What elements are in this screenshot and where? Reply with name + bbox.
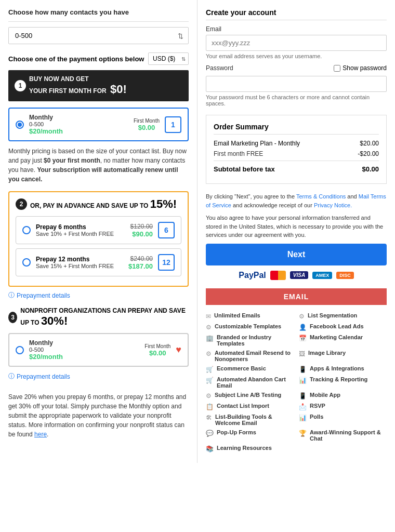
prepay-12-pricing: $240.00 $187.00	[128, 255, 153, 270]
features-title: EMAIL	[210, 292, 383, 301]
prepay-12-original: $240.00	[128, 255, 153, 262]
password-input[interactable]	[206, 76, 387, 92]
feature-facebook-lead-ads: 👤 Facebook Lead Ads	[299, 323, 387, 331]
show-password-wrapper[interactable]: Show password	[334, 64, 387, 72]
privacy-link[interactable]: Privacy Notice.	[314, 202, 352, 208]
prepay-12-save: Save 15% + First Month FREE	[36, 263, 123, 269]
nonprofit-radio[interactable]	[16, 346, 24, 354]
promo-line2: YOUR FIRST MONTH FOR	[29, 87, 107, 95]
nonprofit-pct: 30%!	[41, 314, 68, 327]
prepay-6-save: Save 10% + First Month FREE	[36, 231, 125, 237]
advance-banner: 2 OR, PAY IN ADVANCE AND SAVE UP TO 15%!…	[8, 191, 189, 287]
promo-text: BUY NOW AND GET YOUR FIRST MONTH FOR $0!	[29, 75, 127, 96]
terms-text-2: You also agree to have your personal inf…	[206, 214, 387, 240]
currency-select[interactable]: USD ($) EUR (€) GBP (£)	[148, 52, 189, 65]
list-build-icon: 🛠	[206, 414, 212, 421]
order-summary: Order Summary Email Marketing Plan - Mon…	[206, 115, 387, 184]
left-panel: Choose how many contacts you have 0-500 …	[0, 0, 198, 463]
nonprofit-prepayment-link[interactable]: ⓘ Prepayment details	[8, 372, 70, 381]
monthly-plan-price: $20/month	[29, 127, 128, 135]
nonprofit-first-month-value: $0.00	[144, 349, 170, 357]
order-plan-value: $20.00	[360, 140, 379, 147]
prepay-6-card[interactable]: Prepay 6 months Save 10% + First Month F…	[16, 216, 181, 244]
email-input[interactable]	[206, 35, 387, 51]
feature-polls: 📊 Polls	[299, 414, 387, 426]
import-icon: 📋	[206, 403, 214, 410]
show-password-label: Show password	[343, 64, 387, 72]
feature-list-building: 🛠 List-Building Tools & Welcome Email	[206, 414, 294, 426]
feature-unlimited-emails: ✉ Unlimited Emails	[206, 312, 294, 320]
ab-icon: ⚙	[206, 392, 212, 400]
right-panel: Create your account Email Your email add…	[198, 0, 395, 463]
feature-contact-import: 📋 Contact List Import	[206, 403, 294, 410]
feature-learning-resources: 📚 Learning Resources	[206, 445, 387, 453]
password-label: Password	[206, 64, 233, 72]
prepay-12-radio[interactable]	[22, 258, 31, 267]
branded-icon: 🏢	[206, 335, 214, 342]
mastercard-icon	[270, 271, 286, 280]
nonprofit-here-link[interactable]: here	[34, 431, 47, 438]
next-button[interactable]: Next	[206, 244, 387, 265]
monthly-plan-name: Monthly	[29, 114, 128, 121]
advance-badge: 2	[16, 198, 27, 210]
order-row-discount: First month FREE -$20.00	[214, 150, 379, 157]
prepay-6-label: Prepay 6 months	[36, 223, 125, 231]
prepay-12-discounted: $187.00	[128, 262, 153, 270]
terms-conditions-link[interactable]: Terms & Conditions	[296, 193, 346, 200]
feature-marketing-calendar: 📅 Marketing Calendar	[299, 334, 387, 347]
create-account-title: Create your account	[206, 8, 387, 20]
feature-ab-testing: ⚙ Subject Line A/B Testing	[206, 392, 294, 400]
prepay-6-original: $120.00	[130, 223, 153, 230]
resend-icon: ⚙	[206, 350, 212, 357]
feature-rsvp: 📩 RSVP	[299, 403, 387, 410]
prepay-12-card[interactable]: Prepay 12 months Save 15% + First Month …	[16, 248, 181, 276]
payment-header: Choose one of the payment options below …	[8, 52, 189, 65]
tracking-icon: 📊	[299, 377, 307, 384]
prepay-6-radio[interactable]	[22, 226, 31, 234]
nonprofit-plan-card[interactable]: Monthly 0-500 $20/month First Month $0.0…	[8, 333, 189, 367]
calendar-feat-icon: 📅	[299, 335, 307, 342]
monthly-calendar-icon: 1	[165, 116, 181, 133]
prepay-6-discounted: $90.00	[130, 230, 153, 238]
promo-price: $0!	[110, 83, 127, 96]
visa-icon: VISA	[290, 271, 308, 279]
prepay-12-info: Prepay 12 months Save 15% + First Month …	[36, 256, 123, 269]
features-section: EMAIL ✉ Unlimited Emails ⚙ List Segmenta…	[206, 288, 387, 455]
rsvp-icon: 📩	[299, 403, 307, 410]
order-row-subtotal: Subtotal before tax $0.00	[214, 161, 379, 173]
payment-icons: PayPal VISA AMEX DISC	[206, 271, 387, 280]
password-row: Password Show password	[206, 64, 387, 72]
templates-icon: ⚙	[206, 324, 212, 331]
promo-banner: 1 BUY NOW AND GET YOUR FIRST MONTH FOR $…	[8, 70, 189, 101]
order-summary-title: Order Summary	[214, 123, 379, 135]
feature-image-library: 🖼 Image Library	[299, 350, 387, 362]
feature-branded-templates: 🏢 Branded or Industry Templates	[206, 334, 294, 347]
prepayment-details-link[interactable]: ⓘ Prepayment details	[8, 291, 70, 300]
nonprofit-badge: 3	[8, 312, 17, 323]
feature-abandon-cart: 🛒 Automated Abandon Cart Email	[206, 376, 294, 389]
nonprofit-plan-info: Monthly 0-500 $20/month	[29, 339, 139, 361]
email-hint: Your email address serves as your userna…	[206, 53, 387, 59]
contacts-select[interactable]: 0-500 501-2500 2501-5000	[8, 27, 189, 44]
monthly-radio[interactable]	[16, 121, 24, 129]
email-label: Email	[206, 25, 387, 33]
nonprofit-section: 3 NONPROFIT ORGANIZATIONS CAN PREPAY AND…	[8, 307, 189, 439]
discover-icon: DISC	[336, 272, 354, 279]
features-grid: ✉ Unlimited Emails ⚙ List Segmentation ⚙…	[206, 310, 387, 455]
order-row-plan: Email Marketing Plan - Monthly $20.00	[214, 140, 379, 147]
currency-select-wrapper[interactable]: USD ($) EUR (€) GBP (£)	[148, 52, 189, 65]
fb-icon: 👤	[299, 324, 307, 331]
prepay-12-label: Prepay 12 months	[36, 256, 123, 263]
monthly-plan-card[interactable]: Monthly 0-500 $20/month First Month $0.0…	[8, 108, 189, 141]
features-header: EMAIL	[206, 288, 387, 305]
show-password-checkbox[interactable]	[334, 65, 340, 72]
info-icon-2: ⓘ	[8, 372, 15, 381]
promo-badge: 1	[15, 80, 26, 91]
terms-text: By clicking "Next", you agree to the Ter…	[206, 192, 387, 209]
apps-icon: 📱	[299, 366, 307, 373]
amex-icon: AMEX	[312, 272, 332, 279]
nonprofit-first-month-label: First Month	[144, 343, 170, 349]
prepay-6-calendar: 6	[158, 222, 175, 238]
contacts-section: Choose how many contacts you have 0-500 …	[8, 8, 189, 44]
contacts-select-wrapper[interactable]: 0-500 501-2500 2501-5000	[8, 27, 189, 44]
